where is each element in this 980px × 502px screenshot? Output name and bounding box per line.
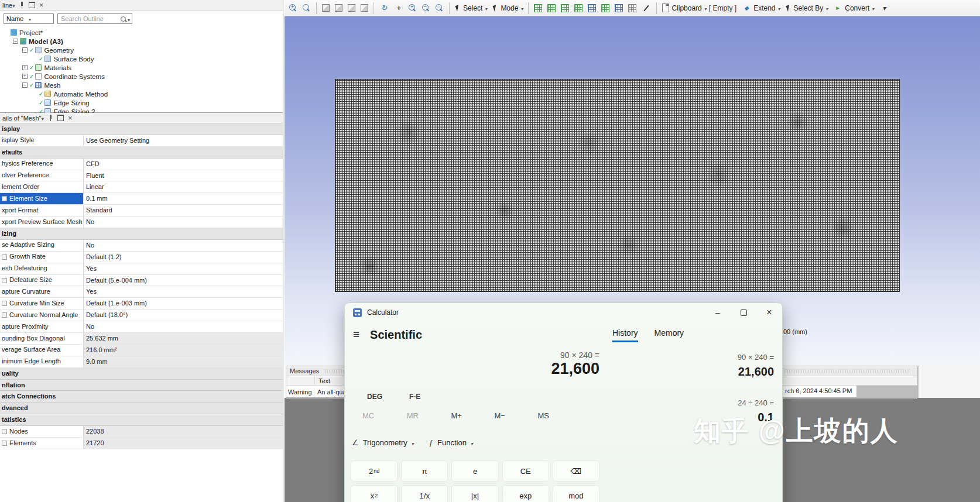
- key-backspace-button[interactable]: ⌫: [553, 460, 599, 482]
- function-dropdown[interactable]: Function: [429, 438, 473, 447]
- details-value[interactable]: Yes: [84, 286, 283, 297]
- name-filter-dropdown[interactable]: Name: [4, 13, 54, 24]
- pin-icon[interactable]: [48, 115, 53, 121]
- details-value[interactable]: No: [84, 240, 283, 251]
- details-section-isplay[interactable]: isplay: [0, 123, 283, 135]
- details-row-isplay-style[interactable]: isplay StyleUse Geometry Setting: [0, 135, 283, 147]
- mode-title[interactable]: Scientific: [370, 328, 422, 342]
- details-value[interactable]: Default (5.e-004 mm): [84, 275, 283, 286]
- tree-item-project[interactable]: Project*: [0, 28, 283, 37]
- maximize-icon[interactable]: [57, 115, 64, 121]
- details-row-nodes[interactable]: Nodes22038: [0, 426, 283, 438]
- details-value[interactable]: Standard: [84, 205, 283, 216]
- details-value[interactable]: Linear: [84, 181, 283, 192]
- details-value[interactable]: No: [84, 216, 283, 228]
- pipette-button[interactable]: [640, 2, 653, 14]
- multi-filter-button[interactable]: [586, 3, 598, 13]
- key-euler-button[interactable]: e: [451, 460, 498, 482]
- refresh-button[interactable]: [378, 2, 390, 14]
- node-filter-button[interactable]: [613, 3, 625, 13]
- text-column-header[interactable]: Text: [315, 377, 330, 384]
- outline-titlebar[interactable]: line: [0, 0, 283, 11]
- calculator-titlebar[interactable]: Calculator: [345, 303, 782, 322]
- expander-icon[interactable]: −: [13, 39, 18, 44]
- tree-item-automatic-method[interactable]: ✓Automatic Method: [0, 90, 283, 98]
- trigonometry-dropdown[interactable]: Trigonometry: [352, 438, 414, 447]
- zoom-box-button[interactable]: [287, 3, 299, 13]
- show-mesh-button[interactable]: [359, 3, 370, 13]
- zoom-in-button[interactable]: [407, 3, 419, 13]
- search-icon[interactable]: [121, 16, 126, 22]
- tree-item-geometry[interactable]: −✓Geometry: [0, 46, 283, 54]
- search-outline-input[interactable]: [60, 15, 119, 23]
- select-mode-button[interactable]: Select: [453, 3, 489, 13]
- details-row-verage-surface-area[interactable]: verage Surface Area216.0 mm²: [0, 345, 283, 356]
- details-section-uality[interactable]: uality: [0, 368, 283, 380]
- tree-item-model-a3[interactable]: −Model (A3): [0, 37, 283, 46]
- close-icon[interactable]: [39, 2, 44, 9]
- details-row-se-adaptive-sizing[interactable]: se Adaptive SizingNo: [0, 240, 283, 252]
- details-row-ounding-box-diagonal[interactable]: ounding Box Diagonal25.632 mm: [0, 333, 283, 345]
- details-row-hysics-preference[interactable]: hysics PreferenceCFD: [0, 159, 283, 170]
- details-value[interactable]: No: [84, 321, 283, 332]
- memory-m-button[interactable]: M+: [451, 411, 462, 421]
- expander-icon[interactable]: −: [22, 47, 28, 53]
- details-value[interactable]: 216.0 mm²: [84, 345, 283, 356]
- search-options-caret-icon[interactable]: [128, 13, 130, 24]
- maximize-icon[interactable]: [29, 2, 35, 8]
- memory-mr-button[interactable]: MR: [407, 411, 419, 421]
- key-abs-button[interactable]: |x|: [451, 485, 498, 502]
- details-row-growth-rate[interactable]: Growth RateDefault (1.2): [0, 252, 283, 263]
- overflow-button[interactable]: [878, 2, 890, 14]
- details-row-esh-defeaturing[interactable]: esh DefeaturingYes: [0, 263, 283, 275]
- wireframe-view-button[interactable]: [346, 3, 357, 13]
- select-by-button[interactable]: Select By: [784, 3, 830, 13]
- tree-item-edge-sizing[interactable]: ✓Edge Sizing: [0, 98, 283, 107]
- details-row-xport-preview-surface-mesh[interactable]: xport Preview Surface MeshNo: [0, 216, 283, 228]
- details-row-curvature-min-size[interactable]: Curvature Min SizeDefault (1.e-003 mm): [0, 298, 283, 310]
- tree-item-mesh[interactable]: −✓Mesh: [0, 81, 283, 90]
- memory-m-button[interactable]: M−: [495, 411, 505, 421]
- mode-cursor-button[interactable]: Mode: [491, 3, 525, 13]
- zoom-out-button[interactable]: [420, 3, 432, 13]
- details-section-tatistics[interactable]: tatistics: [0, 414, 283, 426]
- details-value[interactable]: 25.632 mm: [84, 333, 283, 344]
- mesh-filter-button[interactable]: [599, 3, 611, 13]
- look-at-face-button[interactable]: [333, 3, 344, 13]
- details-value[interactable]: Fluent: [84, 170, 283, 181]
- details-value[interactable]: CFD: [84, 159, 283, 170]
- convert-button[interactable]: Convert: [831, 2, 876, 14]
- face-filter-button[interactable]: [559, 3, 571, 13]
- expander-icon[interactable]: +: [22, 65, 28, 70]
- details-section-nflation[interactable]: nflation: [0, 380, 283, 391]
- details-row-lement-order[interactable]: lement OrderLinear: [0, 181, 283, 193]
- extend-button[interactable]: Extend: [740, 2, 782, 14]
- expander-icon[interactable]: −: [22, 82, 28, 88]
- details-row-elements[interactable]: Elements21720: [0, 438, 283, 449]
- clipboard-button[interactable]: Clipboard[ Empty ]: [660, 2, 738, 13]
- details-row-defeature-size[interactable]: Defeature SizeDefault (5.e-004 mm): [0, 275, 283, 287]
- key-clear-entry-button[interactable]: CE: [502, 460, 549, 482]
- menu-icon[interactable]: [353, 328, 359, 341]
- details-value[interactable]: 9.0 mm: [84, 356, 283, 367]
- panel-menu-icon[interactable]: [42, 115, 44, 122]
- memory-mc-button[interactable]: MC: [362, 411, 374, 421]
- details-row-inimum-edge-length[interactable]: inimum Edge Length9.0 mm: [0, 356, 283, 368]
- panel-menu-icon[interactable]: [12, 2, 15, 9]
- close-icon[interactable]: [68, 115, 73, 122]
- element-filter-button[interactable]: [626, 3, 638, 13]
- details-titlebar[interactable]: ails of "Mesh": [0, 113, 283, 123]
- key-mod-button[interactable]: mod: [553, 485, 599, 502]
- details-row-xport-format[interactable]: xport FormatStandard: [0, 205, 283, 216]
- pan-button[interactable]: [392, 2, 405, 14]
- key-second-function-button[interactable]: 2nd: [351, 460, 398, 482]
- zoom-button[interactable]: [301, 3, 313, 13]
- memory-ms-button[interactable]: MS: [537, 411, 549, 421]
- details-section-izing[interactable]: izing: [0, 228, 283, 240]
- details-value[interactable]: Yes: [84, 263, 283, 274]
- key-pi-button[interactable]: π: [401, 460, 448, 482]
- details-section-efaults[interactable]: efaults: [0, 147, 283, 159]
- close-button[interactable]: [756, 303, 782, 322]
- pin-icon[interactable]: [19, 2, 25, 8]
- tree-item-coordinate-systems[interactable]: +✓Coordinate Systems: [0, 72, 283, 81]
